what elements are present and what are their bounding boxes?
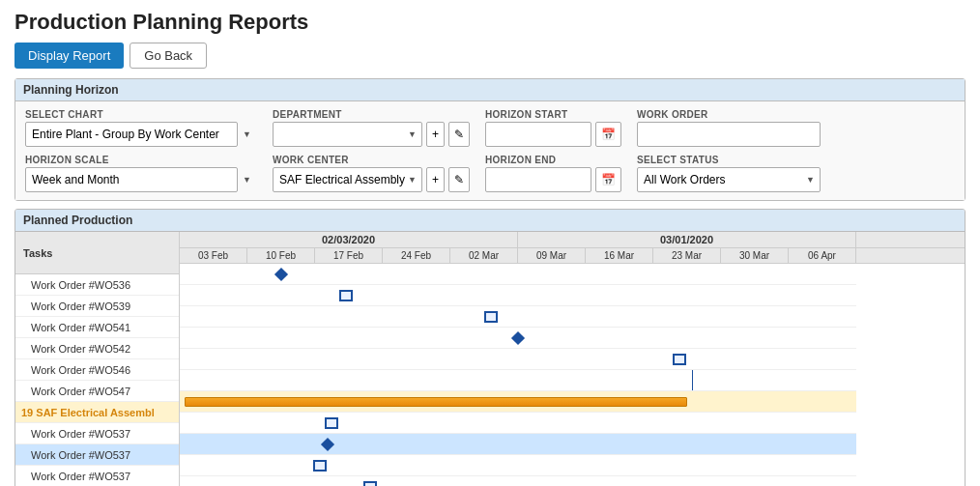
select-status-group: SELECT STATUS All Work Orders [637,155,821,192]
gantt-week-label: 02 Mar [450,248,518,263]
diamond-marker [321,437,334,450]
chart-row [180,264,856,285]
task-row[interactable]: Work Order #WO541 [15,317,179,338]
task-row[interactable]: 19 SAF Electrical Assembl [15,402,179,423]
horizon-start-group: HORIZON START 02/03/2020 📅 [485,109,621,147]
box-marker [363,481,377,487]
chart-row [180,476,856,486]
task-row[interactable]: Work Order #WO542 [15,338,179,359]
gantt-header-months: 02/03/202003/01/2020 [180,232,965,248]
work-center-group: WORK CENTER SAF Electrical Assembly + ✎ [273,155,470,192]
gantt-week-label: 30 Mar [721,248,789,263]
gantt-week-label: 23 Mar [653,248,721,263]
gantt-week-label: 09 Mar [518,248,586,263]
gantt-header-weeks: 03 Feb10 Feb17 Feb24 Feb02 Mar09 Mar16 M… [180,248,965,264]
planning-horizon-form: SELECT CHART Entire Plant - Group By Wor… [15,101,965,200]
horizon-start-label: HORIZON START [485,109,621,120]
chart-row [180,455,856,476]
select-status-select[interactable]: All Work Orders [637,167,821,192]
gantt-month-label: 02/03/2020 [180,232,518,247]
task-row[interactable]: Work Order #WO537 [15,423,179,444]
chart-row [180,328,856,349]
work-center-add-button[interactable]: + [426,167,445,192]
gantt-week-label: 03 Feb [180,248,247,263]
chart-row [180,391,856,413]
page-title: Production Planning Reports [14,10,966,35]
horizon-end-label: HORIZON END [485,155,621,165]
gantt-section: Planned Production Tasks Work Order #WO5… [14,209,966,486]
horizon-end-group: HORIZON END 04/01/2020 📅 [485,155,621,192]
gantt-week-label: 16 Mar [586,248,653,263]
box-marker [325,417,338,429]
work-order-label: WORK ORDER [637,109,821,120]
vertical-line-marker [692,370,693,390]
select-chart-group: SELECT CHART Entire Plant - Group By Wor… [25,109,257,147]
planning-horizon-title: Planning Horizon [15,79,965,101]
gantt-week-label: 24 Feb [383,248,450,263]
task-row[interactable]: Work Order #WO547 [15,381,179,402]
work-order-input[interactable] [637,122,821,147]
gantt-week-label: 06 Apr [789,248,856,263]
tasks-col-header: Tasks [15,232,179,274]
planning-horizon-section: Planning Horizon SELECT CHART Entire Pla… [14,78,966,201]
box-marker [313,460,327,472]
work-center-select[interactable]: SAF Electrical Assembly [273,167,422,192]
toolbar: Display Report Go Back [14,43,966,69]
task-row[interactable]: Work Order #WO537 [15,466,179,486]
task-row[interactable]: Work Order #WO546 [15,359,179,381]
gantt-month-label: 03/01/2020 [518,232,856,247]
select-chart-label: SELECT CHART [25,109,257,120]
horizon-end-cal-button[interactable]: 📅 [595,167,621,192]
task-row[interactable]: Work Order #WO536 [15,274,179,296]
horizon-end-input[interactable]: 04/01/2020 [485,167,591,192]
gantt-chart-area: 02/03/202003/01/2020 03 Feb10 Feb17 Feb2… [180,232,965,486]
gantt-title: Planned Production [15,210,965,232]
chart-row [180,434,856,455]
chart-rows [180,264,965,486]
select-chart-select[interactable]: Entire Plant - Group By Work Center [25,122,238,147]
task-row[interactable]: Work Order #WO539 [15,296,179,317]
gantt-header: 02/03/202003/01/2020 03 Feb10 Feb17 Feb2… [180,232,965,264]
task-rows: Work Order #WO536Work Order #WO539Work O… [15,274,179,486]
go-back-button[interactable]: Go Back [130,43,207,69]
display-report-button[interactable]: Display Report [14,43,124,69]
gantt-week-label: 10 Feb [247,248,315,263]
chart-row [180,285,856,306]
gantt-inner: Tasks Work Order #WO536Work Order #WO539… [15,232,965,486]
chart-row [180,413,856,434]
department-group: DEPARTMENT + ✎ [273,109,470,147]
department-select[interactable] [273,122,422,147]
work-center-edit-button[interactable]: ✎ [448,167,470,192]
gantt-bar-orange [185,397,687,407]
box-marker [484,311,498,323]
horizon-start-input[interactable]: 02/03/2020 [485,122,591,147]
task-row[interactable]: Work Order #WO537 [15,444,179,466]
diamond-marker [274,267,288,280]
horizon-scale-group: HORIZON SCALE Week and Month [25,155,257,192]
department-add-button[interactable]: + [426,122,445,147]
gantt-tasks-column: Tasks Work Order #WO536Work Order #WO539… [15,232,180,486]
select-status-label: SELECT STATUS [637,155,821,165]
gantt-week-label: 17 Feb [315,248,383,263]
box-marker [339,290,353,301]
work-center-label: WORK CENTER [273,155,470,165]
box-marker [673,354,686,365]
department-label: DEPARTMENT [273,109,470,120]
chart-row [180,370,856,391]
work-order-group: WORK ORDER [637,109,821,147]
chart-row [180,349,856,370]
horizon-start-cal-button[interactable]: 📅 [595,122,621,147]
horizon-scale-label: HORIZON SCALE [25,155,257,165]
chart-row [180,306,856,328]
horizon-scale-select[interactable]: Week and Month [25,167,238,192]
department-edit-button[interactable]: ✎ [448,122,470,147]
diamond-marker [511,330,525,344]
